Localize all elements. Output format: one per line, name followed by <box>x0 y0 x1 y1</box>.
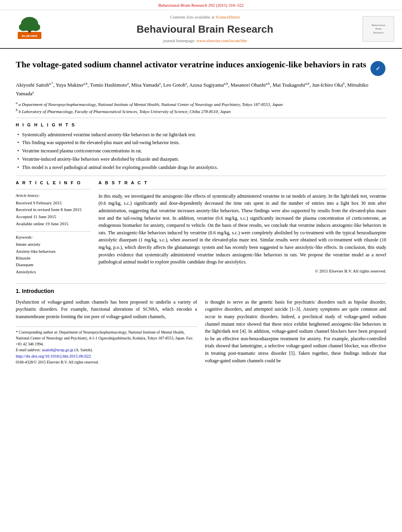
sciencedirect-link[interactable]: ScienceDirect <box>216 15 240 19</box>
corresponding-author-note: * Corresponding author at: Department of… <box>16 329 197 347</box>
journal-logo-box: BehaviouralBrainResearch <box>363 16 394 42</box>
received-date: Received 9 February 2015 <box>16 200 91 207</box>
svg-point-4 <box>31 23 40 31</box>
divider-keywords <box>16 231 91 232</box>
highlights-label: H I G H L I G H T S <box>16 122 386 128</box>
journal-center: Contents lists available at ScienceDirec… <box>51 14 359 44</box>
intro-right-text: is thought to serve as the genetic basis… <box>205 298 386 364</box>
journal-homepage: journal homepage: www.elsevier.com/locat… <box>51 38 359 44</box>
journal-right-logo: BehaviouralBrainResearch <box>359 16 394 42</box>
highlights-section: H I G H L I G H T S Systemically adminis… <box>16 122 386 171</box>
divider-2 <box>16 176 386 176</box>
divider-abstract <box>99 189 386 189</box>
introduction-body: Dysfunction of voltage-gated sodium chan… <box>16 298 386 365</box>
journal-title: Behavioural Brain Research <box>51 22 359 36</box>
copyright-line: © 2015 Elsevier B.V. All rights reserved… <box>99 268 386 274</box>
svg-point-3 <box>19 23 28 31</box>
highlight-3: Veratrine increased plasma corticosteron… <box>16 147 386 155</box>
divider-info <box>16 189 91 189</box>
email-note: E-mail address: asaitoh@ncnp.go.jp (A. S… <box>16 347 197 353</box>
article-title: The voltage-gated sodium channel activat… <box>16 59 367 70</box>
keyword-1: Innate anxiety <box>16 241 91 248</box>
article-info: Article history: Received 9 February 201… <box>16 193 91 227</box>
highlight-5: This model is a novel pathological anima… <box>16 163 386 172</box>
abstract-col: A B S T R A C T In this study, we invest… <box>99 180 386 276</box>
divider-1 <box>16 118 386 118</box>
abstract-text: In this study, we investigated the anxio… <box>99 193 386 266</box>
abstract-label: A B S T R A C T <box>99 180 386 186</box>
article-info-abstract: A R T I C L E I N F O Article history: R… <box>16 180 386 276</box>
copyright-footer: 0166-4328/© 2015 Elsevier B.V. All right… <box>16 359 197 365</box>
authors: Akiyoshi Saitoha,*, Yuya Makinoa,b, Tomi… <box>16 81 386 98</box>
journal-header: ELSEVIER Contents lists available at Sci… <box>0 10 402 48</box>
footnote-section: * Corresponding author at: Department of… <box>16 326 197 365</box>
keyword-3: Riluzole <box>16 255 91 261</box>
crossmark-circle: ✓ <box>370 61 385 76</box>
page-container: Behavioural Brain Research 292 (2015) 31… <box>0 0 402 373</box>
sciencedirect-label: Contents lists available at ScienceDirec… <box>51 14 359 20</box>
available-online-date: Available online 19 June 2015 <box>16 221 91 228</box>
doi-line[interactable]: http://dx.doi.org/10.1016/j.bbr.2015.06.… <box>16 353 197 360</box>
svg-text:ELSEVIER: ELSEVIER <box>22 34 37 38</box>
accepted-date: Accepted 11 June 2015 <box>16 213 91 221</box>
keyword-2: Anxiety-like behaviors <box>16 248 91 255</box>
introduction-heading: 1. Introduction <box>16 287 386 295</box>
article-title-section: The voltage-gated sodium channel activat… <box>16 59 386 77</box>
highlight-2: This finding was supported in the elevat… <box>16 139 386 147</box>
keyword-4: Diazepam <box>16 261 91 268</box>
keyword-5: Anxiolytics <box>16 269 91 275</box>
highlight-4: Veratrine-induced anxiety-like behaviors… <box>16 155 386 163</box>
affiliation-a: a a Department of Neuropsychopharmacolog… <box>16 100 386 108</box>
crossmark-icon[interactable]: ✓ <box>370 61 386 77</box>
intro-left-col: Dysfunction of voltage-gated sodium chan… <box>16 298 197 365</box>
email-link[interactable]: asaitoh@ncnp.go.jp <box>42 348 73 352</box>
affiliation-b: b b Laboratory of Pharmacology, Faculty … <box>16 108 386 115</box>
keywords-list: Innate anxiety Anxiety-like behaviors Ri… <box>16 241 91 275</box>
main-content: The voltage-gated sodium channel activat… <box>0 49 402 373</box>
introduction-section: 1. Introduction Dysfunction of voltage-g… <box>16 283 386 365</box>
article-info-label: A R T I C L E I N F O <box>16 180 91 186</box>
svg-text:✓: ✓ <box>376 65 380 72</box>
highlights-list: Systemically administered veratrine indu… <box>16 131 386 172</box>
svg-rect-5 <box>28 30 31 33</box>
affiliations: a a Department of Neuropsychopharmacolog… <box>16 100 386 115</box>
highlight-1: Systemically administered veratrine indu… <box>16 131 386 139</box>
journal-citation: Behavioural Brain Research 292 (2015) 31… <box>0 0 402 10</box>
article-history-label: Article history: <box>16 193 91 199</box>
elsevier-logo: ELSEVIER <box>8 16 51 42</box>
elsevier-tree-icon: ELSEVIER <box>14 16 45 42</box>
keywords-label: Keywords: <box>16 235 91 240</box>
intro-left-text: Dysfunction of voltage-gated sodium chan… <box>16 298 197 321</box>
doi-link[interactable]: http://dx.doi.org/10.1016/j.bbr.2015.06.… <box>16 354 91 358</box>
citation-text: Behavioural Brain Research 292 (2015) 31… <box>158 3 244 7</box>
intro-right-col: is thought to serve as the genetic basis… <box>205 298 386 365</box>
received-revised-date: Received in revised form 8 June 2015 <box>16 206 91 213</box>
email-suffix: (A. Saitoh). <box>74 348 93 352</box>
homepage-link[interactable]: www.elsevier.com/locate/bbr <box>196 38 247 43</box>
article-info-col: A R T I C L E I N F O Article history: R… <box>16 180 91 276</box>
